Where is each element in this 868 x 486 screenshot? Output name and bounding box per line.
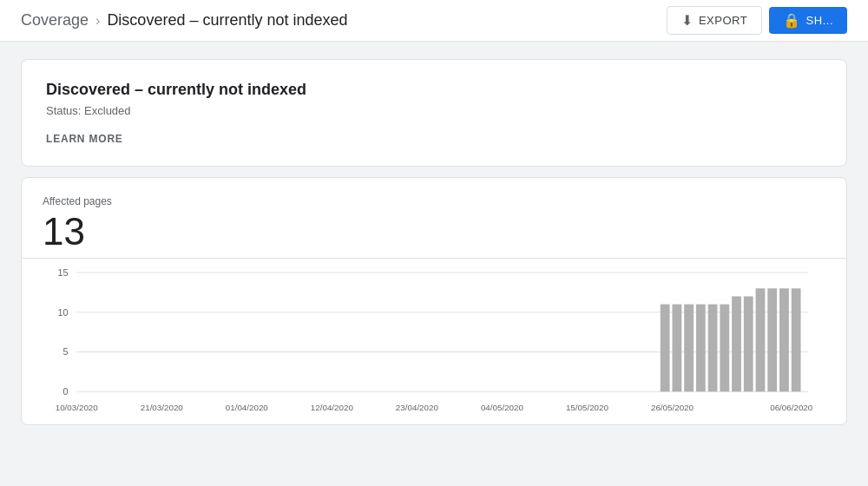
main-content: Discovered – currently not indexed Statu… bbox=[0, 42, 868, 443]
bar-9 bbox=[756, 288, 766, 391]
bar-4 bbox=[696, 305, 706, 392]
info-card: Discovered – currently not indexed Statu… bbox=[21, 59, 847, 167]
svg-text:10/03/2020: 10/03/2020 bbox=[56, 403, 99, 412]
chart-area: 15 10 5 0 bbox=[22, 258, 846, 424]
breadcrumb-chevron: › bbox=[95, 13, 100, 29]
share-button[interactable]: 🔒 SH... bbox=[769, 7, 847, 34]
bar-1 bbox=[661, 305, 670, 392]
top-bar: Coverage › Discovered – currently not in… bbox=[0, 0, 868, 42]
svg-text:06/06/2020: 06/06/2020 bbox=[770, 403, 813, 412]
svg-text:5: 5 bbox=[62, 346, 68, 357]
info-card-title: Discovered – currently not indexed bbox=[46, 81, 822, 99]
svg-text:26/05/2020: 26/05/2020 bbox=[651, 403, 694, 412]
bar-11 bbox=[779, 288, 789, 391]
bar-3 bbox=[684, 305, 694, 392]
svg-text:12/04/2020: 12/04/2020 bbox=[311, 403, 354, 412]
chart-svg-container: 15 10 5 0 bbox=[43, 273, 825, 424]
bar-6 bbox=[720, 305, 729, 392]
svg-text:21/03/2020: 21/03/2020 bbox=[141, 403, 184, 412]
bar-10 bbox=[767, 288, 777, 391]
chart-header: Affected pages 13 bbox=[22, 178, 846, 258]
top-bar-actions: ⬇ EXPORT 🔒 SH... bbox=[667, 6, 847, 35]
learn-more-button[interactable]: LEARN MORE bbox=[46, 133, 123, 145]
svg-text:23/04/2020: 23/04/2020 bbox=[396, 403, 439, 412]
export-label: EXPORT bbox=[699, 14, 747, 27]
svg-text:0: 0 bbox=[62, 386, 68, 397]
share-label: SH... bbox=[806, 14, 833, 27]
bar-7 bbox=[732, 296, 741, 391]
bar-5 bbox=[708, 305, 718, 392]
bar-2 bbox=[673, 305, 682, 392]
chart-label: Affected pages bbox=[43, 195, 825, 207]
chart-card: Affected pages 13 15 10 5 0 bbox=[21, 177, 847, 425]
breadcrumb-current: Discovered – currently not indexed bbox=[107, 11, 347, 30]
export-button[interactable]: ⬇ EXPORT bbox=[667, 6, 762, 35]
svg-text:10: 10 bbox=[57, 307, 68, 318]
svg-text:15/05/2020: 15/05/2020 bbox=[566, 403, 609, 412]
export-icon: ⬇ bbox=[681, 12, 694, 29]
breadcrumb: Coverage › Discovered – currently not in… bbox=[21, 11, 348, 30]
svg-text:04/05/2020: 04/05/2020 bbox=[481, 403, 524, 412]
breadcrumb-parent[interactable]: Coverage bbox=[21, 11, 89, 30]
chart-number: 13 bbox=[43, 213, 825, 251]
svg-text:15: 15 bbox=[57, 267, 68, 278]
lock-icon: 🔒 bbox=[783, 12, 801, 29]
info-card-status: Status: Excluded bbox=[46, 104, 822, 117]
bar-12 bbox=[792, 288, 801, 391]
bar-chart: 15 10 5 0 bbox=[43, 273, 825, 422]
bar-8 bbox=[744, 296, 753, 391]
svg-text:01/04/2020: 01/04/2020 bbox=[226, 403, 269, 412]
